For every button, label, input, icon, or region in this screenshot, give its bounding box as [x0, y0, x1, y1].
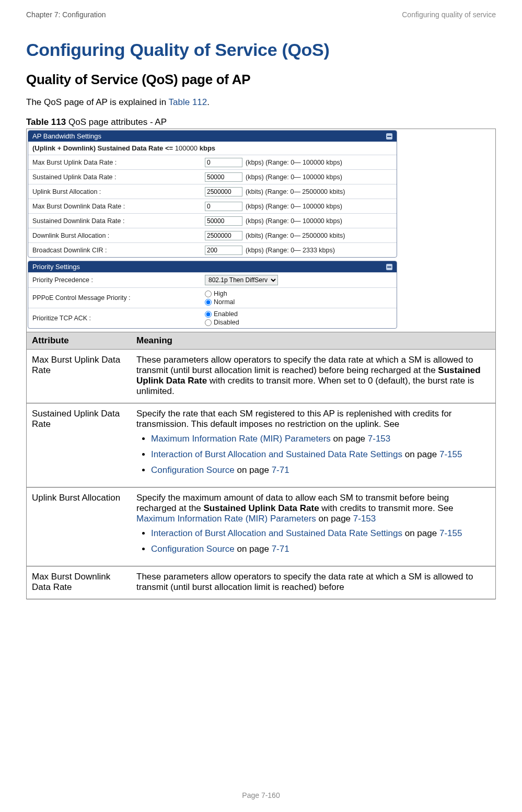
radio-input[interactable]	[205, 311, 212, 318]
radio-label: Enabled	[214, 310, 238, 318]
field-label: Sustained Downlink Data Rate :	[32, 217, 205, 225]
bandwidth-row: Max Burst Downlink Data Rate :(kbps) (Ra…	[28, 199, 397, 213]
page-ref-link[interactable]: 7-155	[439, 449, 462, 459]
chapter-label: Chapter 7: Configuration	[26, 10, 106, 19]
bandwidth-row: Downlink Burst Allocation :(kbits) (Rang…	[28, 228, 397, 242]
sub-pre: (Uplink + Downlink) Sustained Data Rate …	[32, 144, 175, 152]
radio-label: Normal	[214, 298, 235, 306]
field-label: Downlink Burst Allocation :	[32, 232, 205, 239]
page-footer: Page 7-160	[0, 791, 522, 799]
list-item: Configuration Source on page 7-71	[151, 544, 490, 554]
priority-precedence-label: Priority Precedence :	[32, 276, 205, 284]
panel-title: Priority Settings	[32, 263, 80, 271]
attr-name: Sustained Uplink Data Rate	[27, 403, 131, 488]
attr-meaning: These parameters allow operators to spec…	[131, 350, 495, 403]
list-item: Interaction of Burst Allocation and Sust…	[151, 528, 490, 539]
page-ref-link[interactable]: 7-71	[272, 544, 289, 554]
priority-precedence-select[interactable]: 802.1p Then DiffServ	[205, 275, 278, 285]
sub-unit: kbps	[198, 144, 215, 152]
field-label: Max Burst Uplink Data Rate :	[32, 159, 205, 166]
radio-label: High	[214, 290, 227, 297]
radio-input[interactable]	[205, 299, 212, 306]
radio-option[interactable]: High	[205, 290, 235, 297]
bandwidth-row: Max Burst Uplink Data Rate :(kbps) (Rang…	[28, 155, 397, 169]
field-suffix: (kbits) (Range: 0— 2500000 kbits)	[246, 232, 345, 239]
attr-meaning: Specify the maximum amount of data to al…	[131, 488, 495, 566]
attr-meaning: These parameters allow operators to spec…	[131, 566, 495, 599]
attr-meaning: Specify the rate that each SM registered…	[131, 403, 495, 488]
field-input[interactable]	[205, 158, 242, 167]
field-suffix: (kbps) (Range: 0— 100000 kbps)	[246, 217, 342, 225]
intro-pre: The QoS page of AP is explained in	[26, 97, 169, 107]
attribute-table: Attribute Meaning Max Burst Uplink Data …	[27, 332, 495, 599]
table-caption: Table 113 QoS page attributes - AP	[26, 117, 496, 127]
field-label: Broadcast Downlink CIR :	[32, 247, 205, 254]
section-label: Configuring quality of service	[402, 10, 496, 19]
pppoe-priority-label: PPPoE Control Message Priority :	[32, 294, 205, 301]
radio-input[interactable]	[205, 291, 212, 297]
col-attribute: Attribute	[27, 332, 131, 350]
field-label: Uplink Burst Allocation :	[32, 188, 205, 195]
table-row: Max Burst Uplink Data RateThese paramete…	[27, 350, 495, 403]
radio-label: Disabled	[214, 319, 239, 326]
radio-input[interactable]	[205, 319, 212, 326]
page-ref-link[interactable]: 7-153	[353, 514, 376, 524]
sub-val: 100000	[175, 144, 198, 152]
field-label: Sustained Uplink Data Rate :	[32, 173, 205, 181]
radio-option[interactable]: Normal	[205, 298, 235, 306]
field-input[interactable]	[205, 172, 242, 182]
page-ref-link[interactable]: 7-71	[272, 465, 289, 475]
table-row: Sustained Uplink Data RateSpecify the ra…	[27, 403, 495, 488]
caption-bold: Table 113	[26, 117, 66, 127]
field-suffix: (kbps) (Range: 0— 100000 kbps)	[246, 203, 342, 210]
panel-title: AP Bandwidth Settings	[32, 132, 101, 140]
collapse-icon[interactable]	[386, 133, 392, 140]
ap-bandwidth-panel: AP Bandwidth Settings (Uplink + Downlink…	[28, 130, 397, 258]
page-ref-link[interactable]: 7-155	[439, 528, 462, 538]
table-row: Uplink Burst AllocationSpecify the maxim…	[27, 488, 495, 566]
section-heading: Quality of Service (QoS) page of AP	[26, 72, 496, 88]
cross-ref-link[interactable]: Configuration Source	[151, 544, 235, 554]
field-suffix: (kbps) (Range: 0— 100000 kbps)	[246, 159, 342, 166]
cross-ref-link[interactable]: Interaction of Burst Allocation and Sust…	[151, 449, 402, 459]
field-input[interactable]	[205, 231, 242, 240]
attr-name: Max Burst Uplink Data Rate	[27, 350, 131, 403]
field-input[interactable]	[205, 246, 242, 255]
field-suffix: (kbps) (Range: 0— 2333 kbps)	[246, 247, 335, 254]
caption-rest: QoS page attributes - AP	[66, 117, 167, 127]
list-item: Interaction of Burst Allocation and Sust…	[151, 449, 490, 460]
table-row: Max Burst Downlink Data RateThese parame…	[27, 566, 495, 599]
attr-name: Max Burst Downlink Data Rate	[27, 566, 131, 599]
col-meaning: Meaning	[131, 332, 495, 350]
page-title: Configuring Quality of Service (QoS)	[26, 40, 496, 60]
field-input[interactable]	[205, 202, 242, 211]
intro-paragraph: The QoS page of AP is explained in Table…	[26, 97, 496, 108]
bandwidth-row: Sustained Uplink Data Rate :(kbps) (Rang…	[28, 169, 397, 184]
field-suffix: (kbps) (Range: 0— 100000 kbps)	[246, 173, 342, 181]
cross-ref-link[interactable]: Interaction of Burst Allocation and Sust…	[151, 528, 402, 538]
panel-subtitle: (Uplink + Downlink) Sustained Data Rate …	[28, 142, 397, 155]
cross-ref-link[interactable]: Maximum Information Rate (MIR) Parameter…	[136, 514, 316, 524]
bandwidth-row: Sustained Downlink Data Rate :(kbps) (Ra…	[28, 213, 397, 228]
cross-ref-link[interactable]: Maximum Information Rate (MIR) Parameter…	[151, 434, 331, 444]
intro-post: .	[207, 97, 210, 107]
radio-option[interactable]: Disabled	[205, 319, 239, 326]
radio-option[interactable]: Enabled	[205, 310, 239, 318]
table-link[interactable]: Table 112	[169, 97, 207, 107]
field-input[interactable]	[205, 187, 242, 196]
field-suffix: (kbits) (Range: 0— 2500000 kbits)	[246, 188, 345, 195]
tcp-ack-label: Prioritize TCP ACK :	[32, 315, 205, 322]
list-item: Maximum Information Rate (MIR) Parameter…	[151, 434, 490, 444]
bandwidth-row: Uplink Burst Allocation :(kbits) (Range:…	[28, 184, 397, 199]
page-ref-link[interactable]: 7-153	[368, 434, 390, 444]
field-input[interactable]	[205, 216, 242, 226]
attr-name: Uplink Burst Allocation	[27, 488, 131, 566]
bandwidth-row: Broadcast Downlink CIR :(kbps) (Range: 0…	[28, 242, 397, 257]
list-item: Configuration Source on page 7-71	[151, 465, 490, 475]
field-label: Max Burst Downlink Data Rate :	[32, 203, 205, 210]
priority-settings-panel: Priority Settings Priority Precedence : …	[28, 261, 397, 329]
collapse-icon[interactable]	[386, 264, 392, 270]
cross-ref-link[interactable]: Configuration Source	[151, 465, 235, 475]
